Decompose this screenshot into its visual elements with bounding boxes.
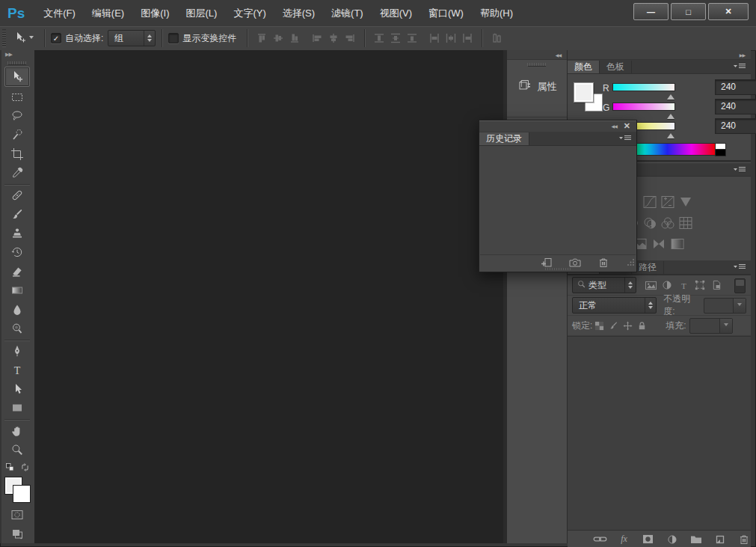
adj-curves-icon[interactable] <box>642 195 657 209</box>
properties-panel-button[interactable]: 属性 <box>507 60 567 117</box>
adj-threshold-icon[interactable] <box>670 237 685 251</box>
green-slider[interactable] <box>612 103 675 111</box>
history-titlebar[interactable]: ◀◀ ✕ <box>479 120 636 132</box>
lock-all-icon[interactable] <box>635 318 649 333</box>
layer-filter-type-dropdown[interactable]: 类型 <box>572 277 636 293</box>
path-selection-tool-button[interactable] <box>6 380 28 397</box>
align-bottom-edges-button[interactable] <box>286 30 303 46</box>
screen-mode-button[interactable] <box>6 525 28 543</box>
current-tool-preset[interactable] <box>9 31 38 46</box>
distribute-horizontal-centers-button[interactable] <box>443 30 459 46</box>
distribute-left-edges-button[interactable] <box>426 30 443 46</box>
lock-transparency-icon[interactable] <box>592 318 606 333</box>
blend-mode-dropdown[interactable]: 正常 <box>572 297 657 314</box>
layer-filter-toggle[interactable] <box>734 278 746 293</box>
pen-tool-button[interactable] <box>6 343 28 360</box>
link-layers-icon[interactable] <box>593 533 607 546</box>
red-slider-thumb[interactable] <box>667 91 674 100</box>
panel-resize-grip[interactable] <box>627 258 635 269</box>
options-bar-grip[interactable] <box>2 29 6 47</box>
green-value-field[interactable]: 240 <box>715 99 756 114</box>
eyedropper-tool-button[interactable] <box>6 164 28 181</box>
lock-position-icon[interactable] <box>621 318 635 333</box>
new-layer-icon[interactable] <box>713 533 727 546</box>
panel-drag-grip[interactable] <box>545 268 571 270</box>
align-left-edges-button[interactable] <box>309 30 325 46</box>
align-horizontal-centers-button[interactable] <box>325 30 342 46</box>
minimize-button[interactable]: — <box>633 3 669 20</box>
distribute-vertical-centers-button[interactable] <box>387 30 404 46</box>
new-adjustment-layer-icon[interactable] <box>665 533 679 546</box>
blue-slider-thumb[interactable] <box>667 129 674 138</box>
adj-black-white-icon[interactable] <box>642 216 657 230</box>
red-slider[interactable] <box>612 83 675 91</box>
zoom-tool-button[interactable] <box>6 441 28 458</box>
new-group-icon[interactable] <box>689 533 703 546</box>
menu-edit[interactable]: 编辑(E) <box>84 0 132 26</box>
expand-dock-chevron-icon[interactable]: ▶▶ <box>740 52 745 58</box>
adjustments-panel-menu-icon[interactable] <box>733 165 746 176</box>
color-panel-menu-icon[interactable] <box>733 62 746 73</box>
filter-shape-layers-icon[interactable] <box>692 278 708 293</box>
background-color-swatch[interactable] <box>13 485 31 503</box>
type-tool-button[interactable]: T <box>6 361 28 379</box>
auto-select-checkbox[interactable]: ✓ <box>51 33 61 43</box>
rectangular-marquee-tool-button[interactable] <box>6 88 28 106</box>
filter-pixel-layers-icon[interactable] <box>642 278 659 293</box>
collapse-dock-chevron-icon[interactable]: ◀◀ <box>556 52 561 58</box>
adj-channel-mixer-icon[interactable] <box>678 216 693 230</box>
spot-healing-brush-tool-button[interactable] <box>6 187 28 204</box>
filter-type-layers-icon[interactable]: T <box>675 278 692 293</box>
opacity-dropdown[interactable] <box>704 298 746 314</box>
distribute-right-edges-button[interactable] <box>459 30 476 46</box>
filter-adjustment-layers-icon[interactable] <box>659 278 675 293</box>
add-layer-mask-icon[interactable] <box>641 533 655 546</box>
quick-mask-button[interactable] <box>6 506 28 523</box>
rectangle-tool-button[interactable] <box>6 400 28 417</box>
menu-filter[interactable]: 滤镜(T) <box>323 0 372 26</box>
tab-swatches[interactable]: 色板 <box>600 61 632 73</box>
history-panel-menu-icon[interactable] <box>618 134 632 144</box>
menu-type[interactable]: 文字(Y) <box>225 0 274 26</box>
menu-layer[interactable]: 图层(L) <box>177 0 225 26</box>
dodge-tool-button[interactable] <box>6 320 28 337</box>
tab-color[interactable]: 颜色 <box>568 61 600 73</box>
eraser-tool-button[interactable] <box>6 263 28 280</box>
menu-help[interactable]: 帮助(H) <box>472 0 521 26</box>
toolbar-collapse-chevron-icon[interactable]: ▶▶ <box>0 50 12 59</box>
default-colors-icon[interactable] <box>5 462 16 475</box>
adj-exposure-icon[interactable] <box>660 195 675 209</box>
menu-image[interactable]: 图像(I) <box>132 0 177 26</box>
adj-vibrance-icon[interactable] <box>678 195 693 209</box>
auto-align-layers-button[interactable] <box>488 30 505 46</box>
history-brush-tool-button[interactable] <box>6 244 28 261</box>
canvas-workspace[interactable] <box>34 50 503 543</box>
move-tool-button[interactable] <box>4 67 30 87</box>
clone-stamp-tool-button[interactable] <box>6 224 28 242</box>
green-slider-thumb[interactable] <box>667 110 674 119</box>
delete-state-icon[interactable] <box>596 256 611 269</box>
distribute-bottom-edges-button[interactable] <box>404 30 420 46</box>
hand-tool-button[interactable] <box>6 422 28 439</box>
menu-view[interactable]: 视图(V) <box>372 0 420 26</box>
menu-file[interactable]: 文件(F) <box>35 0 84 26</box>
quick-selection-tool-button[interactable] <box>6 126 28 144</box>
filter-smart-objects-icon[interactable] <box>708 278 725 293</box>
maximize-button[interactable]: □ <box>671 3 706 20</box>
show-transform-checkbox[interactable] <box>168 33 179 43</box>
brush-tool-button[interactable] <box>6 206 28 223</box>
lock-pixels-icon[interactable] <box>606 318 621 333</box>
delete-layer-icon[interactable] <box>737 533 751 546</box>
panel-foreground-swatch[interactable] <box>574 82 594 103</box>
align-right-edges-button[interactable] <box>342 30 358 46</box>
align-top-edges-button[interactable] <box>253 30 270 46</box>
menu-select[interactable]: 选择(S) <box>274 0 323 26</box>
adj-photo-filter-icon[interactable] <box>660 216 675 230</box>
ramp-black-swatch[interactable] <box>715 149 726 156</box>
crop-tool-button[interactable] <box>6 145 28 162</box>
fill-dropdown[interactable] <box>689 318 733 334</box>
history-list[interactable] <box>480 146 636 255</box>
distribute-top-edges-button[interactable] <box>371 30 387 46</box>
layers-list[interactable] <box>568 336 751 530</box>
swap-colors-icon[interactable] <box>20 462 30 474</box>
